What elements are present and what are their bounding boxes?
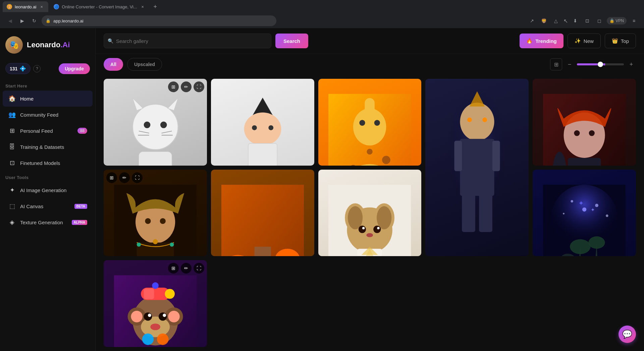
card-edit-btn-9[interactable]: ✏ [548, 172, 559, 183]
card-grid-btn-6a[interactable]: ⊞ [106, 172, 117, 183]
tab-converter[interactable]: 🔵 Online Converter - Convert Image, Vi..… [50, 1, 149, 12]
card-grid-btn-4[interactable]: ⊞ [490, 81, 500, 92]
card-edit-btn-2[interactable]: ✏ [288, 81, 299, 92]
card-expand-btn-5[interactable]: ⛶ [623, 81, 633, 92]
menu-icon[interactable]: ≡ [629, 16, 639, 25]
image-card-10[interactable]: ⊞ ✏ ⛶ [104, 260, 207, 347]
card-edit-btn-10[interactable]: ✏ [181, 263, 192, 274]
filter-upscaled-tab[interactable]: Upscaled [127, 58, 162, 71]
sidebar-item-label-home: Home [20, 96, 34, 102]
image-card-3[interactable]: 🌴🌴 ⊞ ✏ ⛶ [318, 79, 422, 166]
filter-all-tab[interactable]: All [104, 58, 123, 71]
svg-point-73 [377, 206, 391, 229]
card-grid-btn-10[interactable]: ⊞ [168, 263, 179, 274]
sidebar-item-home[interactable]: 🏠 Home [3, 91, 93, 107]
card-grid-btn-9[interactable]: ⊞ [535, 172, 546, 183]
svg-point-111 [152, 282, 159, 289]
card-expand-btn-10[interactable]: ⛶ [194, 263, 204, 274]
vpn-badge[interactable]: 🔒 VPN [607, 17, 627, 24]
card-actions-right-1: ⊞ ✏ ⛶ [168, 81, 204, 92]
zoom-slider[interactable] [577, 63, 624, 65]
chat-float-button[interactable]: 💬 [619, 326, 636, 343]
image-card-5[interactable]: ⊞ ✏ ⛶ [533, 79, 636, 166]
share-icon[interactable]: ↗ [527, 16, 537, 25]
card-overlay-1: ⊞ ✏ ⛶ [104, 79, 207, 95]
new-button[interactable]: ✨ New [568, 34, 601, 48]
svg-point-26 [360, 120, 365, 126]
sidebar-item-texture[interactable]: ◈ Texture Generation ALPHA [3, 214, 93, 230]
svg-point-27 [374, 120, 380, 126]
card-expand-btn-6a[interactable]: ⛶ [132, 172, 143, 183]
card-edit-btn-6a[interactable]: ✏ [119, 172, 130, 183]
zoom-plus-button[interactable]: + [627, 60, 636, 69]
image-card-4[interactable]: ⊞ ✏ ⛶ [425, 79, 529, 256]
crown-icon: 👑 [612, 38, 618, 44]
card-edit-btn-4[interactable]: ✏ [502, 81, 513, 92]
top-button[interactable]: 👑 Top [605, 34, 636, 48]
svg-point-106 [148, 314, 151, 317]
tab-leonardo[interactable]: 🎨 leonardo.ai ✕ [3, 1, 48, 12]
card-expand-btn-1[interactable]: ⛶ [194, 81, 204, 92]
trending-button[interactable]: 🔥 Trending [520, 34, 563, 48]
sidebar-item-label-finetuned: Finetuned Models [20, 160, 60, 166]
svg-text:✦: ✦ [578, 199, 584, 207]
card-edit-btn-7[interactable]: ✏ [226, 172, 237, 183]
card-grid-btn-2[interactable]: ⊞ [275, 81, 286, 92]
new-tab-button[interactable]: + [151, 2, 160, 11]
image-card-8[interactable] [318, 170, 422, 256]
grid-view-button[interactable]: ⊞ [550, 58, 562, 70]
sidebar-item-community[interactable]: 👥 Community Feed [3, 107, 93, 123]
sidebar-item-label-training: Training & Datasets [20, 144, 64, 150]
forest-svg: ✦ ✦ [543, 183, 626, 256]
card-grid-btn-1[interactable]: ⊞ [168, 81, 179, 92]
image-card-9[interactable]: ✦ ✦ ⊞ ✏ [533, 170, 636, 256]
help-button[interactable]: ? [33, 65, 41, 72]
search-icon: 🔍 [108, 38, 113, 44]
card-overlay-6: ⊞ ✏ ⛶ [104, 170, 207, 186]
sidebar-item-image-gen[interactable]: ✦ AI Image Generation [3, 182, 93, 198]
brave-icon[interactable]: 🦁 [539, 16, 549, 25]
sidebar-item-training[interactable]: 🗄 Training & Datasets [3, 139, 93, 155]
image-card-7[interactable]: ⊞ ✏ [211, 170, 314, 256]
card-edit-btn-1[interactable]: ✏ [181, 81, 192, 92]
sidebar-item-canvas[interactable]: ⬚ AI Canvas BETA [3, 198, 93, 214]
card-expand-btn-4[interactable]: ⛶ [515, 81, 526, 92]
tab-close-leo[interactable]: ✕ [39, 4, 44, 9]
image-card-2[interactable]: 🎃 🎃 🦇🦇 ⊞ ✏ ⛶ [211, 79, 314, 166]
forward-button[interactable]: ▶ [17, 16, 27, 25]
card-edit-btn-5[interactable]: ✏ [610, 81, 621, 92]
split-icon[interactable]: ⊡ [583, 16, 592, 25]
card-grid-btn-5[interactable]: ⊞ [597, 81, 608, 92]
image-card-1[interactable]: ⊞ ✏ ⛶ [104, 79, 207, 166]
zoom-minus-button[interactable]: − [565, 60, 574, 69]
tab-close-conv[interactable]: ✕ [140, 4, 145, 9]
search-input[interactable] [104, 34, 271, 48]
sidebar-item-finetuned[interactable]: ⊡ Finetuned Models [3, 155, 93, 171]
wallet-icon[interactable]: ◻ [595, 16, 604, 25]
svg-point-107 [163, 314, 166, 317]
svg-point-12 [244, 113, 281, 145]
search-button[interactable]: Search [275, 34, 308, 48]
sidebar-item-personal[interactable]: ⊞ Personal Feed 88 [3, 123, 93, 139]
card-expand-btn-3[interactable]: ⛶ [408, 81, 419, 92]
card-edit-btn-3[interactable]: ✏ [395, 81, 406, 92]
queen-svg [114, 183, 197, 256]
card-grid-btn-7[interactable]: ⊞ [214, 172, 224, 183]
svg-marker-1 [132, 98, 143, 110]
warrior-svg [431, 87, 524, 247]
svg-point-90 [563, 213, 565, 215]
upgrade-button[interactable]: Upgrade [59, 63, 90, 74]
image-gen-icon: ✦ [8, 186, 16, 194]
svg-rect-42 [462, 194, 475, 232]
back-button[interactable]: ◀ [5, 16, 15, 25]
download-icon[interactable]: ⬇ [571, 16, 580, 25]
card-expand-btn-2[interactable]: ⛶ [301, 81, 312, 92]
svg-point-108 [150, 324, 160, 331]
tab-bar: 🎨 leonardo.ai ✕ 🔵 Online Converter - Con… [0, 0, 644, 13]
leo-ai-icon[interactable]: △ [551, 16, 561, 25]
reload-button[interactable]: ↻ [30, 16, 39, 25]
address-bar[interactable]: 🔒 app.leonardo.ai [42, 15, 276, 26]
card-grid-btn-3[interactable]: ⊞ [382, 81, 393, 92]
image-card-6[interactable]: ⊞ ✏ ⛶ [104, 170, 207, 256]
filter-bar: All Upscaled ⊞ − + [96, 54, 644, 75]
